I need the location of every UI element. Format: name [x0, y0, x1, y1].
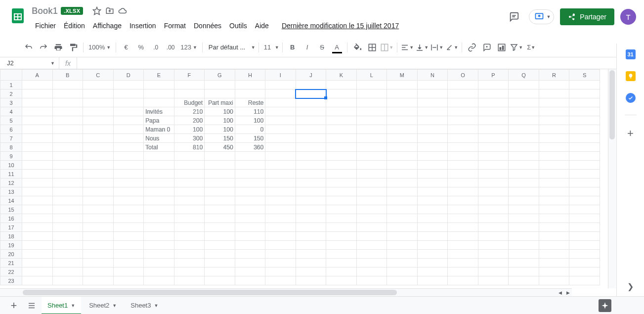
cell-L10[interactable]	[356, 161, 387, 170]
cell-S19[interactable]	[569, 241, 600, 250]
cell-P5[interactable]	[478, 116, 509, 125]
cell-J4[interactable]	[296, 107, 326, 116]
cell-G20[interactable]	[205, 250, 235, 259]
cell-Q8[interactable]	[509, 143, 539, 152]
cell-C10[interactable]	[83, 161, 114, 170]
cell-Q9[interactable]	[509, 152, 539, 161]
cell-A21[interactable]	[22, 259, 53, 268]
cell-S13[interactable]	[569, 187, 600, 196]
row-header-4[interactable]: 4	[0, 107, 22, 116]
cell-G12[interactable]	[205, 179, 235, 187]
cell-P18[interactable]	[478, 232, 509, 241]
cell-M18[interactable]	[387, 232, 418, 241]
cell-M1[interactable]	[387, 81, 418, 90]
cell-R8[interactable]	[539, 143, 569, 152]
cell-D4[interactable]	[113, 107, 144, 116]
cell-S15[interactable]	[569, 205, 600, 214]
cell-F5[interactable]: 200	[174, 116, 205, 125]
cell-B1[interactable]	[52, 81, 83, 90]
cell-G17[interactable]	[205, 223, 235, 232]
print-icon[interactable]	[51, 41, 65, 54]
col-header-J[interactable]: J	[296, 70, 326, 81]
cell-M22[interactable]	[387, 268, 418, 276]
cell-L21[interactable]	[356, 259, 387, 268]
cell-K19[interactable]	[326, 241, 357, 250]
cell-M19[interactable]	[387, 241, 418, 250]
functions-icon[interactable]: Σ▼	[524, 41, 538, 54]
cell-R6[interactable]	[539, 125, 569, 134]
cell-S21[interactable]	[569, 259, 600, 268]
cell-H16[interactable]	[235, 214, 265, 223]
menu-edition[interactable]: Édition	[60, 20, 88, 32]
cell-R20[interactable]	[539, 250, 569, 259]
increase-decimal-icon[interactable]: .00	[164, 41, 177, 54]
cell-Q15[interactable]	[509, 205, 539, 214]
cell-J22[interactable]	[296, 268, 326, 276]
cell-Q13[interactable]	[509, 187, 539, 196]
cell-L22[interactable]	[356, 268, 387, 276]
cell-E8[interactable]: Total	[144, 143, 174, 152]
cell-K9[interactable]	[326, 152, 357, 161]
cell-J18[interactable]	[296, 232, 326, 241]
cell-E20[interactable]	[144, 250, 174, 259]
cell-N23[interactable]	[417, 276, 448, 285]
cell-H8[interactable]: 360	[235, 143, 265, 152]
cell-O12[interactable]	[448, 179, 478, 187]
cell-F11[interactable]	[174, 170, 205, 179]
cell-Q11[interactable]	[509, 170, 539, 179]
cell-D18[interactable]	[113, 232, 144, 241]
cell-I3[interactable]	[265, 98, 296, 107]
cell-B3[interactable]	[52, 98, 83, 107]
cell-F13[interactable]	[174, 187, 205, 196]
cell-E6[interactable]: Maman 0	[144, 125, 174, 134]
cell-B2[interactable]	[52, 90, 83, 98]
font-family-select[interactable]: Par défaut ...	[206, 44, 250, 51]
cell-S17[interactable]	[569, 223, 600, 232]
cell-M16[interactable]	[387, 214, 418, 223]
cell-F12[interactable]	[174, 179, 205, 187]
cell-J12[interactable]	[296, 179, 326, 187]
cell-D1[interactable]	[113, 81, 144, 90]
cell-N21[interactable]	[417, 259, 448, 268]
cell-L2[interactable]	[356, 90, 387, 98]
cell-R2[interactable]	[539, 90, 569, 98]
cell-M10[interactable]	[387, 161, 418, 170]
cell-B22[interactable]	[52, 268, 83, 276]
cell-P23[interactable]	[478, 276, 509, 285]
cell-L9[interactable]	[356, 152, 387, 161]
col-header-H[interactable]: H	[235, 70, 265, 81]
col-header-L[interactable]: L	[356, 70, 387, 81]
cell-A6[interactable]	[22, 125, 53, 134]
col-header-E[interactable]: E	[144, 70, 174, 81]
cell-G3[interactable]: Part maxi	[205, 98, 235, 107]
select-all-corner[interactable]	[0, 70, 22, 81]
cell-M21[interactable]	[387, 259, 418, 268]
cell-E13[interactable]	[144, 187, 174, 196]
cell-P13[interactable]	[478, 187, 509, 196]
cell-K14[interactable]	[326, 196, 357, 205]
cell-B18[interactable]	[52, 232, 83, 241]
col-header-M[interactable]: M	[387, 70, 418, 81]
cell-A13[interactable]	[22, 187, 53, 196]
cell-L8[interactable]	[356, 143, 387, 152]
row-header-15[interactable]: 15	[0, 205, 22, 214]
cell-I15[interactable]	[265, 205, 296, 214]
cell-D8[interactable]	[113, 143, 144, 152]
cell-J16[interactable]	[296, 214, 326, 223]
tasks-addon-icon[interactable]	[626, 93, 636, 103]
cell-J10[interactable]	[296, 161, 326, 170]
cell-C9[interactable]	[83, 152, 114, 161]
cell-S5[interactable]	[569, 116, 600, 125]
cell-M7[interactable]	[387, 134, 418, 143]
cell-H13[interactable]	[235, 187, 265, 196]
cell-M6[interactable]	[387, 125, 418, 134]
row-header-5[interactable]: 5	[0, 116, 22, 125]
cell-O14[interactable]	[448, 196, 478, 205]
cell-O8[interactable]	[448, 143, 478, 152]
cell-S16[interactable]	[569, 214, 600, 223]
cell-C14[interactable]	[83, 196, 114, 205]
cell-K7[interactable]	[326, 134, 357, 143]
h-align-icon[interactable]: ▼	[400, 41, 414, 54]
cell-R9[interactable]	[539, 152, 569, 161]
cell-R12[interactable]	[539, 179, 569, 187]
